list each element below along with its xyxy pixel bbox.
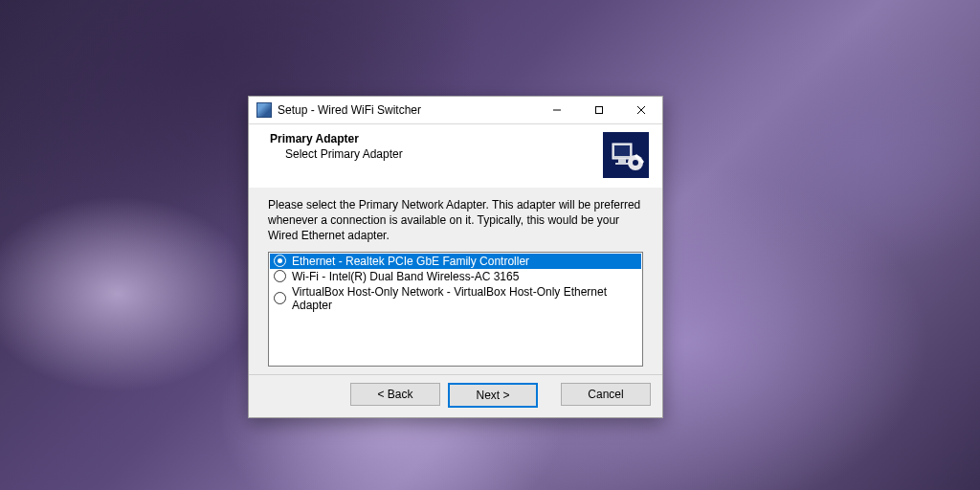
adapter-option[interactable]: Ethernet - Realtek PCIe GbE Family Contr… (270, 254, 641, 269)
setup-window: Setup - Wired WiFi Switcher Primary Adap… (248, 96, 663, 418)
installer-logo-icon (607, 136, 645, 174)
close-button[interactable] (620, 97, 662, 123)
maximize-button[interactable] (578, 97, 620, 123)
next-button[interactable]: Next > (448, 383, 538, 408)
svg-rect-5 (614, 145, 630, 156)
cancel-button[interactable]: Cancel (561, 383, 651, 406)
adapter-list[interactable]: Ethernet - Realtek PCIe GbE Family Contr… (268, 252, 643, 367)
back-button[interactable]: < Back (350, 383, 440, 406)
svg-rect-1 (596, 107, 603, 114)
titlebar: Setup - Wired WiFi Switcher (249, 97, 662, 124)
minimize-icon (552, 105, 562, 115)
svg-rect-7 (615, 163, 629, 165)
adapter-option[interactable]: VirtualBox Host-Only Network - VirtualBo… (270, 284, 641, 313)
instructions-text: Please select the Primary Network Adapte… (268, 197, 643, 244)
adapter-option-label: VirtualBox Host-Only Network - VirtualBo… (292, 285, 637, 312)
back-button-label: < Back (377, 388, 412, 401)
radio-icon (274, 270, 286, 282)
minimize-button[interactable] (536, 97, 578, 123)
close-icon (636, 105, 646, 115)
installer-logo (603, 132, 649, 178)
next-button-label: Next > (476, 389, 509, 402)
adapter-option-label: Ethernet - Realtek PCIe GbE Family Contr… (292, 255, 529, 268)
maximize-icon (594, 105, 604, 115)
wizard-footer: < Back Next > Cancel (249, 374, 662, 417)
app-icon (256, 102, 272, 118)
page-subtitle: Select Primary Adapter (262, 147, 595, 161)
adapter-option[interactable]: Wi-Fi - Intel(R) Dual Band Wireless-AC 3… (270, 269, 641, 284)
cancel-button-label: Cancel (588, 388, 623, 401)
window-title: Setup - Wired WiFi Switcher (278, 103, 421, 117)
radio-icon (274, 292, 286, 304)
svg-point-9 (633, 160, 638, 166)
svg-rect-6 (618, 159, 626, 163)
wizard-header: Primary Adapter Select Primary Adapter (249, 124, 662, 188)
radio-icon (274, 255, 286, 267)
adapter-option-label: Wi-Fi - Intel(R) Dual Band Wireless-AC 3… (292, 270, 519, 283)
wizard-body: Please select the Primary Network Adapte… (249, 188, 662, 374)
page-title: Primary Adapter (262, 132, 595, 145)
